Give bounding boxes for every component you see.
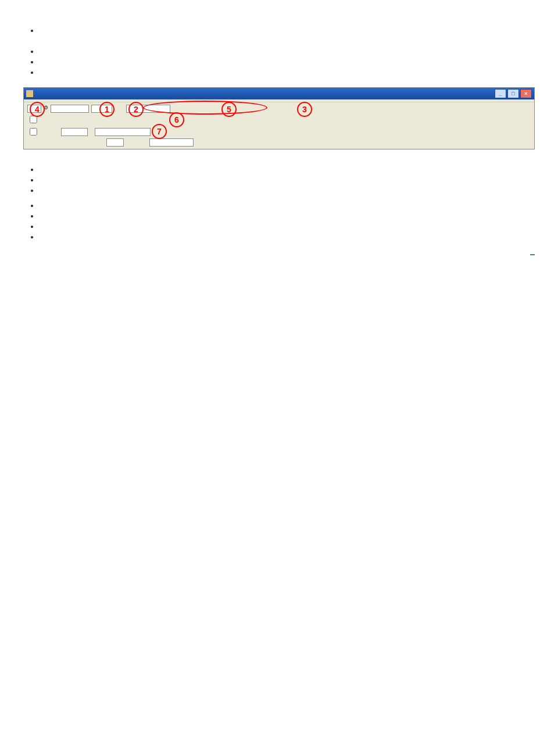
highlight-input[interactable] (106, 138, 124, 147)
page-footer (23, 253, 535, 255)
maximize-button[interactable]: □ (507, 89, 519, 98)
team-input[interactable] (61, 128, 88, 136)
checkbox-selected-only[interactable] (27, 114, 194, 125)
checkbox[interactable] (30, 116, 37, 123)
list-item (40, 47, 535, 56)
intro-list (23, 26, 535, 35)
app-icon (26, 90, 33, 97)
toolbar-left: ⚙ (27, 105, 194, 147)
window-titlebar: _ □ × (24, 88, 534, 99)
list-item (40, 211, 535, 220)
list-item (40, 186, 535, 195)
intro-bullet (40, 26, 535, 35)
list-item (40, 67, 535, 77)
name-format-select[interactable] (95, 128, 151, 136)
list-item (40, 57, 535, 66)
checkbox[interactable] (30, 128, 37, 135)
app-screenshot: _ □ × ⚙ (23, 87, 535, 149)
gear-icon[interactable]: ⚙ (44, 105, 48, 113)
page-number (530, 253, 535, 255)
series-select[interactable] (51, 105, 89, 113)
toolbar-wrap: ⚙ (24, 102, 534, 149)
times-list (23, 201, 535, 241)
list-item (40, 165, 535, 174)
timeformat-select[interactable] (149, 138, 194, 147)
minimize-button[interactable]: _ (495, 89, 506, 98)
list-item (40, 201, 535, 210)
sort-list (23, 165, 535, 195)
toolbar: ⚙ (24, 102, 534, 149)
usage-list (23, 47, 535, 77)
checkbox-massstart-last[interactable] (27, 126, 40, 137)
radio-input[interactable] (27, 105, 41, 113)
leg-select[interactable] (91, 105, 112, 113)
close-button[interactable]: × (520, 89, 532, 98)
list-item (40, 222, 535, 231)
sort-select[interactable] (126, 105, 170, 113)
list-item (40, 232, 535, 241)
list-item (40, 175, 535, 184)
